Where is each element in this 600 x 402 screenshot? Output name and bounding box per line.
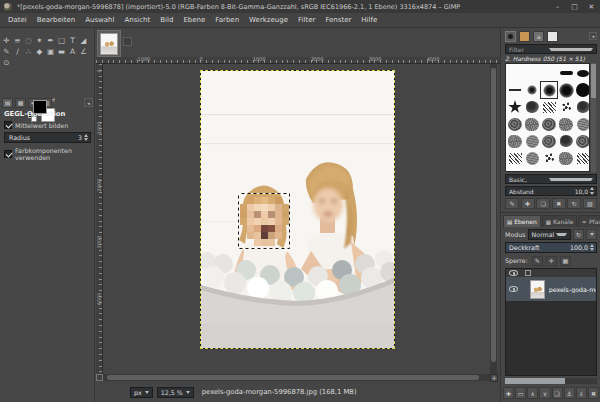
zoom-tool-icon[interactable]: ⊙ (1, 57, 12, 68)
canvas-vertical-scrollbar[interactable] (490, 64, 497, 374)
menu-item[interactable]: Farben (210, 13, 244, 28)
layer-visibility-eye-icon[interactable] (509, 286, 518, 292)
brushes-tab-menu-button[interactable]: ◂ (589, 32, 597, 40)
brush-thumbnail[interactable] (524, 116, 540, 132)
brush-thumbnail[interactable] (541, 99, 557, 115)
new-brush-button[interactable]: ✚ (521, 198, 535, 209)
device-status-tab-icon[interactable]: ▦ (15, 98, 26, 108)
brush-spacing-slider[interactable]: Abstand 10,0 (505, 186, 597, 196)
foreground-color-swatch[interactable] (33, 100, 47, 114)
merge-layer-button[interactable]: ⇓ (576, 387, 587, 399)
brush-thumbnail[interactable] (524, 150, 540, 166)
lower-layer-button[interactable]: ∨ (539, 387, 550, 399)
minimize-button[interactable]: – (549, 0, 566, 13)
canvas-horizontal-scrollbar[interactable] (103, 374, 490, 381)
close-button[interactable]: ✕ (583, 0, 600, 13)
brush-thumbnail-selected[interactable] (541, 82, 557, 98)
duplicate-layer-button[interactable]: ❏ (552, 387, 563, 399)
title-bar[interactable]: *[pexels-goda-morgan-5996878] (importier… (0, 0, 600, 13)
spacing-spin-arrows[interactable] (590, 187, 594, 195)
brush-thumbnail[interactable] (507, 82, 523, 98)
alignment-tool-icon[interactable]: ≡ (12, 35, 23, 46)
document-history-tab-icon[interactable] (547, 31, 558, 42)
brush-thumbnail[interactable] (524, 82, 540, 98)
vertical-ruler[interactable]: 01000200030004000 (96, 64, 103, 374)
raise-layer-button[interactable]: ∧ (527, 387, 538, 399)
brush-tag-input[interactable]: Basic, (505, 174, 597, 184)
mode-space-dropdown[interactable] (586, 229, 597, 240)
spin-up-icon[interactable] (590, 244, 594, 247)
menu-item[interactable]: Bild (155, 13, 178, 28)
brush-thumbnail[interactable] (558, 133, 574, 149)
airbrush-tool-icon[interactable]: ∴ (23, 46, 34, 57)
layer-list-scrollbar[interactable] (505, 378, 597, 384)
spin-down-icon[interactable] (590, 248, 594, 251)
brush-thumbnail[interactable] (541, 150, 557, 166)
delete-brush-button[interactable]: ✖ (552, 198, 566, 209)
brush-thumbnail[interactable] (507, 99, 523, 115)
mode-dropdown[interactable]: Normal (528, 229, 571, 240)
zoom-combo[interactable]: 12,5 % (157, 387, 194, 398)
brush-scroll-thumb[interactable] (591, 64, 596, 98)
unit-combo[interactable]: px (130, 387, 153, 398)
opacity-slider[interactable]: Deckkraft 100,0 (505, 242, 597, 253)
tab-ebenen[interactable]: ▤ Ebenen (503, 215, 541, 227)
duplicate-brush-button[interactable]: ❏ (536, 198, 550, 209)
horizontal-ruler[interactable]: -100001000200030004000 (96, 57, 500, 64)
crop-tool-icon[interactable]: T (67, 35, 78, 46)
open-brush-as-image-button[interactable]: ▨ (583, 198, 597, 209)
lock-pixels-icon[interactable]: ✎ (532, 256, 543, 266)
brush-thumbnail[interactable] (507, 116, 523, 132)
ink-tool-icon[interactable]: ◆ (34, 46, 45, 57)
brush-thumbnail[interactable] (575, 65, 590, 81)
patterns-tab-icon[interactable] (519, 31, 530, 42)
new-layer-button[interactable]: ✚ (503, 387, 514, 399)
text-tool-icon[interactable]: A (67, 46, 78, 57)
rectangle-select-tool-icon[interactable]: □ (56, 35, 67, 46)
dock-menu-button[interactable]: ◂ (84, 98, 93, 107)
menu-item[interactable]: Hilfe (356, 13, 382, 28)
brush-thumbnail[interactable] (558, 65, 574, 81)
mode-switch-button[interactable]: ↻ (573, 229, 584, 240)
tab-list-button[interactable] (123, 37, 132, 46)
brush-thumbnail[interactable] (575, 99, 590, 115)
free-select-tool-icon[interactable]: ◌ (23, 35, 34, 46)
edit-brush-button[interactable]: ✎ (505, 198, 519, 209)
transform-tool-icon[interactable]: ◢ (78, 35, 89, 46)
clone-tool-icon[interactable]: ▣ (45, 46, 56, 57)
brush-thumbnail[interactable] (558, 82, 574, 98)
color-components-checkbox[interactable] (4, 150, 12, 158)
tool-options-tab-icon[interactable]: ▤ (2, 98, 13, 108)
opacity-spin-arrows[interactable] (590, 244, 594, 252)
brush-thumbnail[interactable] (575, 133, 590, 149)
radius-spin-arrows[interactable] (84, 134, 88, 142)
menu-item[interactable]: Filter (293, 13, 320, 28)
spin-down-icon[interactable] (84, 138, 88, 141)
pencil-tool-icon[interactable]: ∕ (12, 46, 23, 57)
brush-thumbnail[interactable] (575, 150, 590, 166)
tab-pfade[interactable]: ✒ Pfade (578, 215, 600, 227)
anchor-layer-button[interactable]: ⚓ (564, 387, 575, 399)
v-scroll-thumb[interactable] (491, 68, 496, 362)
spin-up-icon[interactable] (590, 187, 594, 190)
brushes-tab-icon[interactable] (505, 31, 516, 42)
brush-thumbnail[interactable] (541, 65, 557, 81)
brush-thumbnail[interactable] (541, 116, 557, 132)
new-group-button[interactable]: ▭ (515, 387, 526, 399)
menu-item[interactable]: Datei (3, 13, 32, 28)
brush-thumbnail[interactable] (524, 99, 540, 115)
lock-alpha-icon[interactable]: ▦ (560, 256, 571, 266)
menu-item[interactable]: Bearbeiten (32, 13, 80, 28)
menu-item[interactable]: Fenster (320, 13, 356, 28)
brush-thumbnail[interactable] (524, 133, 540, 149)
h-scroll-thumb[interactable] (107, 375, 479, 380)
lock-position-icon[interactable]: ✛ (546, 256, 557, 266)
menu-item[interactable]: Ebene (178, 13, 210, 28)
delete-layer-button[interactable]: ✖ (588, 387, 599, 399)
brush-thumbnail[interactable] (507, 150, 523, 166)
brush-grid-scrollbar[interactable] (591, 63, 596, 172)
layer-scroll-thumb[interactable] (505, 378, 565, 384)
measure-tool-icon[interactable]: ∠ (78, 46, 89, 57)
brush-filter-input[interactable]: Filter (505, 44, 597, 54)
navigation-button[interactable]: ✛ (490, 374, 498, 382)
